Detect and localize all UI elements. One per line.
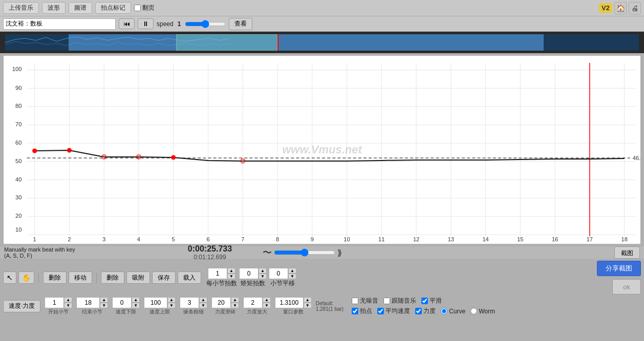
curve-radio[interactable] [441,308,447,314]
time-current: 0:00:25.733 [188,244,232,254]
svg-text:6: 6 [206,236,209,242]
beats-per-bar-input[interactable] [208,268,227,279]
waveform-bar[interactable] [5,34,639,51]
speed-slider[interactable] [185,20,226,28]
speed-low-down[interactable]: ▼ [132,303,140,308]
time-total: 0:01:12.699 [194,254,226,261]
waveform-playhead [277,34,278,51]
wave-end-icon: ⟫ [337,248,342,258]
separator2 [96,272,97,283]
approx-beats-input[interactable] [239,268,259,279]
speed-high-up[interactable]: ▲ [167,297,176,303]
beat-point-label: 拍点 [352,307,372,315]
waveform-btn[interactable]: 波形 [42,2,66,14]
no-noise-label: 无噪音 [352,297,378,305]
ok-btn[interactable]: ok [612,279,641,294]
worm-radio[interactable] [470,308,477,314]
speed-low-up[interactable]: ▲ [132,297,140,303]
skip-back-btn[interactable]: ⏮ [119,18,135,29]
controls-row2: 速度·力度 ▲ ▼ 开始小节 ▲ ▼ 结束小节 [3,297,641,315]
force-scale-up[interactable]: ▲ [263,297,271,303]
line-width-input[interactable] [180,297,199,308]
confirm-btn[interactable]: 查看 [229,18,252,30]
approx-beats-down[interactable]: ▼ [259,274,267,279]
bar-shift-up[interactable]: ▲ [288,268,296,274]
svg-text:30: 30 [15,195,22,201]
speed-force-btn[interactable]: 速度·力度 [3,300,40,312]
end-bar-up[interactable]: ▲ [100,297,108,303]
share-btn[interactable]: 分享截图 [597,261,641,276]
print-icon-btn[interactable]: 🖨 [629,2,641,14]
song-name-input[interactable] [3,18,116,30]
window-param-input[interactable] [275,297,304,308]
hint-line1: Manually mark beat with key [4,246,75,253]
speed-high-down[interactable]: ▼ [167,303,176,308]
force-label: 力度 [415,307,436,315]
controls-row1: ↖ ✋ 删除 移动 删除 吸附 保存 载入 ▲ ▼ 每小节拍数 ▲ [3,261,641,294]
follow-music-checkbox[interactable] [383,298,390,304]
smooth-label: 平滑 [421,297,442,305]
beat-mark-btn[interactable]: 拍点标记 [95,2,131,14]
default-label: Default: [316,301,344,306]
curve-radio-label: Curve [441,307,465,315]
force-scale-group: ▲ ▼ 力度放大 [243,297,271,315]
no-noise-checkbox[interactable] [352,298,358,304]
delete-btn[interactable]: 删除 [43,271,67,284]
waveform-overview [0,32,644,53]
hand-tool-btn[interactable]: ✋ [18,271,34,284]
home-icon-btn[interactable]: 🏠 [614,2,627,14]
spectrum-btn[interactable]: 频谱 [69,2,92,14]
end-bar-group: ▲ ▼ 结束小节 [76,297,108,315]
force-scale-input[interactable] [243,297,263,308]
second-toolbar: ⏮ ⏸ speed 1 查看 [0,16,644,32]
beats-per-bar-label: 每小节拍数 [206,279,237,288]
remove-btn[interactable]: 删除 [101,271,124,284]
force-scale-down[interactable]: ▼ [263,303,271,308]
attach-btn[interactable]: 吸附 [126,271,150,284]
end-bar-input[interactable] [76,297,100,308]
svg-text:90: 90 [15,85,22,91]
default-info: Default: 1.281(1 bar) [316,301,344,312]
force-checkbox[interactable] [415,308,422,314]
force-smooth-down[interactable]: ▼ [231,303,239,308]
flip-page-checkbox[interactable] [134,5,141,11]
bar-shift-down[interactable]: ▼ [288,274,296,279]
svg-text:46.7: 46.7 [633,155,640,161]
chart-area: www.Vmus.net 100 90 80 70 60 50 40 30 20… [3,55,641,244]
end-bar-down[interactable]: ▼ [100,303,108,308]
start-bar-group: ▲ ▼ 开始小节 [45,297,72,315]
smooth-checkbox[interactable] [421,298,428,304]
screenshot-btn[interactable]: 截图 [614,246,640,259]
svg-text:9: 9 [311,236,314,242]
avg-speed-checkbox[interactable] [377,308,384,314]
start-bar-down[interactable]: ▼ [64,303,72,308]
move-btn[interactable]: 移动 [69,271,92,284]
speed-low-input[interactable] [112,297,132,308]
svg-text:13: 13 [448,236,454,242]
approx-beats-up[interactable]: ▲ [259,268,267,274]
cursor-tool-btn[interactable]: ↖ [3,271,16,284]
svg-point-61 [67,148,71,152]
default-value: 1.281(1 bar) [316,306,344,312]
beats-per-bar-up[interactable]: ▲ [227,268,235,274]
beat-point-checkbox[interactable] [352,308,358,314]
beats-per-bar-down[interactable]: ▼ [227,274,235,279]
force-smooth-input[interactable] [211,297,231,308]
follow-music-label: 跟随音乐 [383,297,416,305]
line-width-down[interactable]: ▼ [199,303,207,308]
svg-text:3: 3 [102,236,105,242]
volume-slider[interactable] [274,248,335,257]
start-bar-label: 开始小节 [48,308,69,315]
play-pause-btn[interactable]: ⏸ [138,18,154,29]
window-param-up[interactable]: ▲ [304,297,312,303]
speed-high-input[interactable] [144,297,167,308]
force-smooth-up[interactable]: ▲ [231,297,239,303]
bar-shift-input[interactable] [269,268,288,279]
start-bar-up[interactable]: ▲ [64,297,72,303]
save-btn[interactable]: 保存 [152,271,176,284]
line-width-up[interactable]: ▲ [199,297,207,303]
load-btn[interactable]: 载入 [178,271,201,284]
upload-music-btn[interactable]: 上传音乐 [3,2,39,14]
start-bar-input[interactable] [45,297,64,308]
window-param-down[interactable]: ▼ [304,303,312,308]
